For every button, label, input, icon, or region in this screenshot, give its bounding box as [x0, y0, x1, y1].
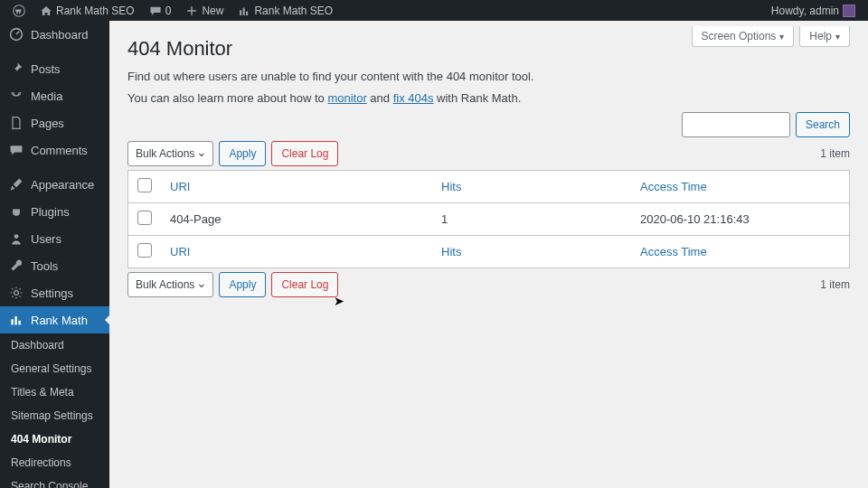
- home-icon: [40, 5, 52, 17]
- admin-sidebar: Dashboard Posts Media Pages Comments App…: [0, 21, 109, 488]
- user-icon: [9, 231, 24, 246]
- chart-icon: [9, 313, 24, 327]
- bulk-label: Bulk Actions: [136, 278, 194, 291]
- screen-options-button[interactable]: Screen Options: [692, 26, 795, 47]
- item-count-bottom: 1 item: [820, 278, 850, 291]
- sidebar-label: Posts: [31, 62, 61, 76]
- plus-icon: [185, 5, 198, 17]
- brush-icon: [9, 177, 24, 192]
- sidebar-item-dashboard[interactable]: Dashboard: [0, 21, 109, 48]
- sidebar-item-appearance[interactable]: Appearance: [0, 171, 109, 198]
- svg-point-3: [14, 291, 19, 296]
- sidebar-label: Dashboard: [31, 28, 89, 42]
- apply-button-bottom[interactable]: Apply: [219, 272, 266, 297]
- rankmath-link[interactable]: Rank Math SEO: [231, 0, 340, 21]
- comments-count: 0: [165, 5, 172, 17]
- sub-dashboard[interactable]: Dashboard: [0, 333, 109, 357]
- clear-log-button-top[interactable]: Clear Log: [271, 141, 338, 166]
- wrench-icon: [9, 258, 24, 273]
- col-access-bottom[interactable]: Access Time: [640, 245, 707, 258]
- comment-icon: [149, 5, 162, 17]
- intro-text: You can also learn more about how to: [127, 91, 327, 105]
- plug-icon: [9, 204, 24, 219]
- rankmath-submenu: Dashboard General Settings Titles & Meta…: [0, 333, 109, 488]
- cell-access: 2020-06-10 21:16:43: [631, 203, 850, 236]
- col-hits-bottom[interactable]: Hits: [441, 245, 461, 258]
- site-link[interactable]: Rank Math SEO: [33, 0, 142, 21]
- page-icon: [9, 116, 24, 130]
- help-label: Help: [809, 30, 832, 42]
- clear-log-button-bottom[interactable]: Clear Log: [271, 272, 338, 297]
- sub-404[interactable]: 404 Monitor: [0, 427, 109, 451]
- pin-icon: [9, 61, 24, 76]
- howdy-link[interactable]: Howdy, admin: [764, 0, 863, 21]
- monitor-link[interactable]: monitor: [327, 91, 366, 105]
- intro-line-1: Find out where users are unable to find …: [127, 68, 850, 86]
- content-area: Screen Options Help 404 Monitor Find out…: [109, 21, 868, 488]
- apply-button-top[interactable]: Apply: [219, 141, 266, 166]
- sidebar-item-media[interactable]: Media: [0, 82, 109, 109]
- table-row: 404-Page 1 2020-06-10 21:16:43: [128, 203, 850, 236]
- select-all-checkbox-top[interactable]: [137, 178, 152, 192]
- sidebar-label: Settings: [31, 286, 73, 300]
- sidebar-label: Tools: [31, 259, 58, 273]
- col-uri-bottom[interactable]: URI: [170, 245, 190, 258]
- rankmath-label: Rank Math SEO: [254, 5, 333, 17]
- cell-uri: 404-Page: [161, 203, 432, 236]
- media-icon: [9, 89, 24, 103]
- sidebar-item-plugins[interactable]: Plugins: [0, 198, 109, 225]
- dashboard-icon: [9, 27, 24, 42]
- admin-bar: Rank Math SEO 0 New Rank Math SEO Howdy,…: [0, 0, 868, 21]
- col-uri[interactable]: URI: [170, 180, 190, 193]
- bulk-label: Bulk Actions: [136, 147, 194, 160]
- item-count-top: 1 item: [820, 147, 850, 160]
- sub-sitemap[interactable]: Sitemap Settings: [0, 404, 109, 427]
- sidebar-label: Comments: [31, 144, 88, 157]
- sidebar-label: Media: [31, 89, 62, 103]
- help-button[interactable]: Help: [799, 26, 850, 47]
- sidebar-item-rankmath[interactable]: Rank Math: [0, 306, 109, 333]
- howdy-text: Howdy, admin: [771, 5, 839, 17]
- row-checkbox[interactable]: [137, 211, 152, 225]
- col-access[interactable]: Access Time: [640, 180, 707, 193]
- bulk-actions-select-bottom[interactable]: Bulk Actions: [127, 272, 213, 297]
- sidebar-label: Rank Math: [31, 314, 88, 327]
- sidebar-label: Appearance: [31, 178, 94, 192]
- search-button[interactable]: Search: [796, 112, 850, 137]
- chart-icon: [238, 5, 250, 17]
- sidebar-label: Plugins: [31, 205, 70, 219]
- select-all-checkbox-bottom[interactable]: [137, 243, 152, 258]
- monitor-table: URI Hits Access Time 404-Page 1 2020-06-…: [127, 170, 850, 268]
- intro-text: and: [367, 91, 393, 105]
- sidebar-item-tools[interactable]: Tools: [0, 252, 109, 279]
- col-hits[interactable]: Hits: [441, 180, 461, 193]
- sidebar-item-settings[interactable]: Settings: [0, 279, 109, 306]
- sidebar-label: Users: [31, 232, 61, 246]
- sub-titles[interactable]: Titles & Meta: [0, 380, 109, 404]
- sidebar-item-posts[interactable]: Posts: [0, 55, 109, 82]
- sidebar-label: Pages: [31, 117, 64, 130]
- wp-logo[interactable]: [5, 0, 33, 21]
- new-link[interactable]: New: [178, 0, 231, 21]
- sidebar-item-pages[interactable]: Pages: [0, 109, 109, 136]
- site-name: Rank Math SEO: [56, 5, 135, 17]
- sidebar-item-comments[interactable]: Comments: [0, 136, 109, 164]
- sub-general[interactable]: General Settings: [0, 357, 109, 380]
- intro-line-2: You can also learn more about how to mon…: [127, 89, 850, 108]
- avatar: [843, 5, 855, 17]
- fix404-link[interactable]: fix 404s: [393, 91, 434, 105]
- gear-icon: [9, 286, 24, 300]
- comment-icon: [9, 143, 24, 157]
- screen-options-label: Screen Options: [702, 30, 777, 42]
- sub-search-console[interactable]: Search Console: [0, 474, 109, 488]
- new-label: New: [202, 5, 223, 17]
- wordpress-icon: [13, 5, 25, 17]
- search-input[interactable]: [682, 112, 790, 137]
- comments-link[interactable]: 0: [142, 0, 179, 21]
- cell-hits: 1: [432, 203, 631, 236]
- svg-point-2: [14, 234, 19, 239]
- sidebar-item-users[interactable]: Users: [0, 225, 109, 252]
- sub-redirections[interactable]: Redirections: [0, 451, 109, 474]
- bulk-actions-select-top[interactable]: Bulk Actions: [127, 141, 213, 166]
- intro-text: with Rank Math.: [433, 91, 521, 105]
